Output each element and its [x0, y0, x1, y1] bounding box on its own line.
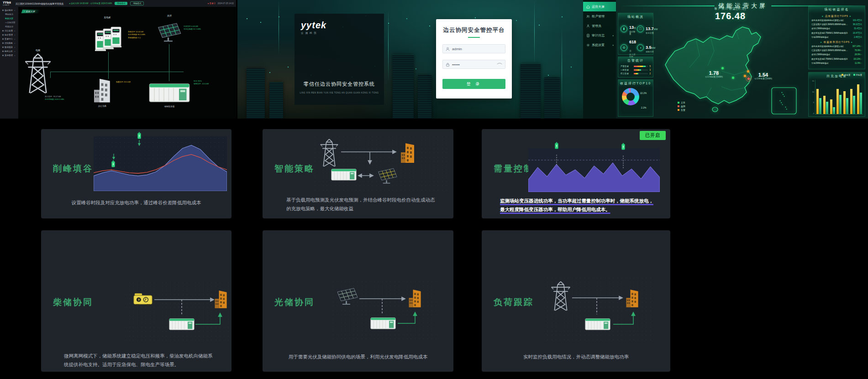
- charge-bar: [830, 99, 832, 114]
- ems-logo: YYtek云涌科技: [0, 1, 13, 6]
- donut-chart: [622, 88, 639, 105]
- solar-panel-icon[interactable]: [155, 21, 182, 43]
- sidebar-item[interactable]: 能效大屏: [0, 16, 18, 21]
- charger-readouts: 充电功率 14.00 kW 今日充电量 96.5 kWh 充电桩数量 3 台: [128, 31, 145, 39]
- y-tick: 5: [810, 101, 814, 104]
- chevron-down-icon: [14, 46, 15, 48]
- login-card: 边云协同安全管控平台 admin •••••• 登 录: [436, 19, 512, 99]
- chart-legend: 充电量 放电量: [842, 74, 862, 76]
- chevron-down-icon: [14, 9, 15, 11]
- hainan-island: [712, 107, 718, 112]
- bar-group: [843, 80, 848, 114]
- discharge-bar: [853, 96, 855, 114]
- station-overview-panel: 场站概况 ▮ 13座场站数量 ◫ 13.7MW装机容量 ◍ 618台接入设备数 …: [618, 13, 653, 55]
- brand-headline: 零信任边云协同安全管控系统: [295, 81, 384, 88]
- charging-cabinet-icon[interactable]: [110, 26, 121, 48]
- legend-item: 正常: [678, 101, 685, 104]
- ess-container-icon: [370, 315, 396, 331]
- card-pv-storage: 光储协同 用于需要光伏及储能协同供电的场景，利用光伏发电降低用电成本: [263, 230, 453, 372]
- user-icon: [446, 47, 450, 51]
- rank-row[interactable]: 宁波2MW储能场站2.45万元: [809, 35, 865, 39]
- sidebar-item[interactable]: 数据报表: [0, 45, 18, 49]
- chevron-down-icon: [14, 42, 15, 44]
- discharge-swatch: [853, 74, 855, 76]
- alarm-bar: [634, 73, 638, 74]
- edit-mode-button[interactable]: 编辑模式: [130, 1, 144, 5]
- alarm-bar: [634, 66, 646, 67]
- eye-icon[interactable]: [497, 62, 502, 66]
- chevron-down-icon: [14, 54, 15, 57]
- sidebar-item-bigscreen[interactable]: 运营大屏: [583, 2, 616, 11]
- stat-icon: ▮: [621, 26, 627, 32]
- bar-group: [823, 80, 828, 114]
- taiwan-inset: [772, 88, 796, 114]
- ess-container-icon: [331, 166, 357, 182]
- power-tower-icon[interactable]: [24, 52, 52, 94]
- sidebar-item-settings[interactable]: 系统设置▾: [583, 40, 616, 50]
- building-icon: [213, 289, 229, 310]
- sidebar-item[interactable]: 系统管理: [0, 53, 18, 57]
- city-lights: [247, 18, 247, 19]
- person-icon: [586, 24, 590, 28]
- sidebar-item[interactable]: 电价管理: [0, 33, 18, 37]
- rank-row[interactable]: 宁波2MW储能场站11.9% ↑: [809, 61, 865, 65]
- discharge-bar: [833, 107, 835, 114]
- station-dot[interactable]: [732, 77, 734, 79]
- rank-row[interactable]: 南京智造基地0.75MW/1.5MWh储能项目19.13% ↑: [809, 57, 865, 61]
- grid-readouts: 关口功率 -76.17 kW 今日市电量 1024.5 kWh: [45, 95, 64, 101]
- sidebar-item-admins[interactable]: 管理员: [583, 21, 616, 31]
- charger-label: 充电桩: [98, 16, 116, 19]
- station-dot[interactable]: [747, 78, 750, 80]
- daily-bar-chart: 151050: [810, 80, 863, 114]
- building-icon[interactable]: [91, 77, 113, 104]
- sidebar-item[interactable]: 运行监测: [0, 29, 18, 33]
- daily-energy-panel: 日充放电量 充电量 放电量 151050: [808, 72, 865, 117]
- station-dot[interactable]: [747, 70, 749, 73]
- chevron-down-icon: [14, 30, 15, 32]
- rank-row[interactable]: 金华1.5MW储能场站31.4万元: [809, 26, 865, 31]
- rank-row[interactable]: 余杭未来科技城储能电站(梦想小镇)307.14% ↑: [809, 44, 865, 48]
- password-field[interactable]: ••••••: [442, 60, 505, 69]
- menu-icon: [2, 55, 4, 56]
- brand-panel: yytek 云涌科技 零信任边云协同安全管控系统 LING XIN REN BI…: [295, 14, 384, 105]
- rank-row[interactable]: 江苏宏图产业园3.3MW/6.88MWh储能电站76.9% ↑: [809, 48, 865, 52]
- china-outline: [665, 27, 761, 104]
- sidebar-item-audit-log[interactable]: 审计日志▾: [583, 31, 616, 40]
- users-icon: [586, 15, 590, 18]
- board-mode-button[interactable]: 看板模式: [115, 2, 127, 5]
- alarm-chip[interactable]: ● 告警 2: [208, 2, 216, 5]
- menu-icon: [2, 34, 4, 36]
- load-curve-chart: [94, 136, 227, 191]
- username-field[interactable]: admin: [442, 44, 505, 53]
- rank-row[interactable]: 江苏宏图产业园3.3MW/6.88MWh储能电站38.22万元: [809, 22, 865, 26]
- sidebar-item[interactable]: 控制策略: [0, 41, 18, 45]
- sidebar-item[interactable]: 一次能流图: [0, 21, 18, 25]
- charge-bar: [850, 89, 852, 114]
- rank-row[interactable]: 余杭未来科技城储能电站(梦想小镇)101.4万元: [809, 18, 865, 22]
- brand-logo: yytek: [301, 20, 378, 31]
- charge-bar: [843, 91, 846, 114]
- ems-title: 滨江园区100kW/215kWh储能电站能量管理系统: [16, 2, 63, 5]
- rank-row[interactable]: 南京智造基地0.75MW/1.5MWh储能项目16.47万元: [809, 31, 865, 35]
- rank-row[interactable]: 金华1.5MW储能场站28.9% ↑: [809, 52, 865, 57]
- battery-icon: [111, 160, 116, 167]
- building-icon: [399, 142, 417, 164]
- sidebar-item[interactable]: 用能概况: [0, 12, 18, 16]
- bar-group: [836, 80, 842, 114]
- revenue-donut-panel: 收益排行TOP10 22.2% 2.2%: [618, 79, 653, 117]
- sidebar-item[interactable]: 视频监控: [0, 25, 18, 29]
- enabled-badge: 已开启: [640, 131, 666, 140]
- station-dot[interactable]: [721, 67, 724, 69]
- ess-container-icon[interactable]: [148, 80, 191, 104]
- card-smart-strategy: 智能策略 基于负载用电预测及光伏发电预测，并结合峰谷时段电价自动生成动态的充放电…: [263, 129, 453, 218]
- alarm-row: 严重告警 5: [618, 64, 653, 68]
- sidebar-item[interactable]: 告警中心: [0, 37, 18, 41]
- sidebar-item[interactable]: 场站概览: [0, 8, 18, 12]
- sidebar-item[interactable]: 能耗分析: [0, 49, 18, 53]
- bar-group: [830, 80, 835, 114]
- sidebar-item-tenants[interactable]: 租户管理: [583, 11, 616, 21]
- login-button[interactable]: 登 录: [442, 79, 505, 89]
- legend-swatch: [678, 109, 679, 111]
- building-icon: [407, 288, 423, 309]
- stat: ◫ 13.7MW装机容量: [637, 22, 658, 35]
